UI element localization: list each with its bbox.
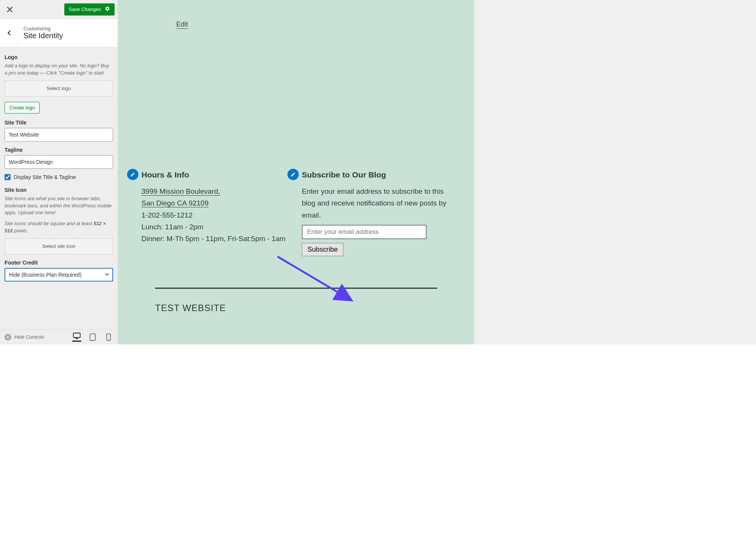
- tagline-label: Tagline: [5, 147, 113, 153]
- lunch-text: Lunch: 11am - 2pm: [141, 223, 203, 231]
- back-button[interactable]: [0, 19, 18, 47]
- footer-widgets: Hours & Info 3999 Mission Boulevard,San …: [141, 170, 451, 256]
- customizer-sidebar: Save Changes Customizing Site Identity L…: [0, 0, 118, 344]
- address-link[interactable]: 3999 Mission Boulevard,San Diego CA 9210…: [141, 187, 220, 207]
- svg-line-5: [278, 257, 352, 300]
- device-switcher: [72, 333, 113, 342]
- phone-text: 1-202-555-1212: [141, 211, 192, 219]
- svg-point-4: [108, 339, 109, 340]
- tablet-view-button[interactable]: [88, 333, 97, 342]
- site-title-label: Site Title: [5, 120, 113, 126]
- section-header: Customizing Site Identity: [0, 19, 118, 47]
- sidebar-footer: Hide Controls: [0, 329, 118, 344]
- site-icon-desc1: Site Icons are what you see in browser t…: [5, 195, 113, 217]
- save-changes-label: Save Changes: [69, 6, 101, 12]
- chevron-left-icon: [6, 30, 12, 36]
- hide-controls-label: Hide Controls: [14, 334, 44, 340]
- save-changes-button[interactable]: Save Changes: [64, 3, 115, 16]
- desktop-icon: [73, 333, 81, 339]
- edit-subscribe-widget-button[interactable]: [287, 169, 299, 180]
- subscribe-widget: Subscribe to Our Blog Enter your email a…: [302, 170, 451, 256]
- display-title-checkbox[interactable]: [5, 174, 11, 180]
- subscribe-heading: Subscribe to Our Blog: [302, 170, 451, 179]
- footer-credit-select[interactable]: Hide (Business Plan Required): [5, 268, 113, 282]
- close-button[interactable]: [3, 3, 17, 16]
- page-title: Site Identity: [23, 31, 63, 40]
- gear-icon: [105, 6, 110, 12]
- subscribe-email-input[interactable]: [302, 225, 427, 239]
- hide-controls-button[interactable]: Hide Controls: [5, 334, 44, 341]
- site-title-input[interactable]: [5, 128, 113, 142]
- close-icon: [7, 6, 13, 12]
- hours-heading: Hours & Info: [141, 170, 290, 179]
- edit-hours-widget-button[interactable]: [127, 169, 138, 180]
- tablet-icon: [90, 333, 96, 341]
- subscribe-desc: Enter your email address to subscribe to…: [302, 185, 451, 221]
- site-preview: Edit Hours & Info 3999 Mission Boulevard…: [118, 0, 474, 344]
- collapse-icon: [5, 334, 11, 341]
- logo-desc: Add a logo to display on your site. No l…: [5, 62, 113, 77]
- select-logo-button[interactable]: Select logo: [5, 81, 113, 97]
- pencil-icon: [290, 172, 296, 177]
- select-site-icon-button[interactable]: Select site icon: [5, 238, 113, 254]
- footer-site-title: TEST WEBSITE: [155, 303, 226, 313]
- subscribe-button[interactable]: Subscribe: [302, 243, 343, 256]
- mobile-icon: [106, 333, 111, 341]
- svg-point-2: [92, 339, 93, 340]
- tagline-input[interactable]: [5, 155, 113, 169]
- edit-link[interactable]: Edit: [176, 20, 188, 29]
- site-icon-desc2: Site Icons should be square and at least…: [5, 220, 113, 235]
- mobile-view-button[interactable]: [104, 333, 113, 342]
- desktop-view-button[interactable]: [72, 333, 81, 342]
- hours-widget: Hours & Info 3999 Mission Boulevard,San …: [141, 170, 290, 256]
- breadcrumb: Customizing: [23, 26, 63, 31]
- svg-rect-0: [73, 333, 80, 338]
- annotation-arrow: [276, 255, 359, 308]
- site-icon-heading: Site Icon: [5, 187, 113, 193]
- dinner-text: Dinner: M-Th 5pm - 11pm, Fri-Sat:5pm - 1…: [141, 235, 286, 243]
- footer-credit-label: Footer Credit: [5, 260, 113, 266]
- pencil-icon: [130, 172, 135, 177]
- preview-wrap: Edit Hours & Info 3999 Mission Boulevard…: [118, 0, 756, 344]
- logo-heading: Logo: [5, 54, 113, 60]
- create-logo-button[interactable]: Create logo: [5, 102, 40, 114]
- display-title-label: Display Site Title & Tagline: [14, 174, 76, 180]
- top-bar: Save Changes: [0, 0, 118, 19]
- panel-body: Logo Add a logo to display on your site.…: [0, 47, 118, 329]
- footer-divider: [155, 288, 437, 289]
